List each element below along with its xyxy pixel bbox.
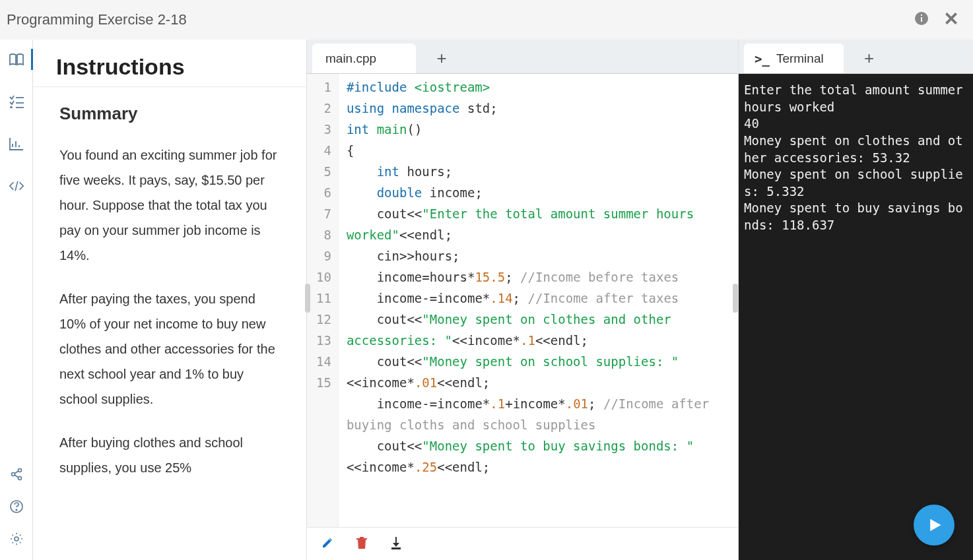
- info-icon[interactable]: [914, 11, 929, 29]
- page-title: Programming Exercise 2-18: [7, 11, 187, 28]
- instructions-para-1: You found an exciting summer job for fiv…: [59, 142, 280, 268]
- svg-rect-1: [921, 17, 922, 22]
- svg-line-15: [15, 475, 18, 478]
- edit-icon[interactable]: [321, 537, 333, 551]
- editor-tab-main[interactable]: main.cpp: [312, 44, 416, 73]
- svg-line-10: [15, 181, 18, 191]
- book-icon[interactable]: [9, 51, 24, 67]
- terminal-prompt-icon: >_: [755, 51, 770, 66]
- splitter-right[interactable]: [733, 284, 738, 313]
- add-tab-icon[interactable]: +: [425, 44, 458, 73]
- line-gutter: 123456789101112131415: [307, 74, 339, 527]
- instructions-heading: Instructions: [33, 40, 306, 87]
- terminal-panel: >_ Terminal + Enter the total amount sum…: [739, 40, 973, 560]
- checklist-icon[interactable]: [9, 94, 24, 109]
- main-layout: Instructions Summary You found an exciti…: [0, 40, 973, 560]
- svg-point-6: [11, 107, 12, 108]
- instructions-para-3: After buying clothes and school supplies…: [59, 430, 280, 480]
- trash-icon[interactable]: [356, 536, 367, 552]
- svg-rect-2: [921, 15, 922, 16]
- share-icon[interactable]: [9, 466, 24, 482]
- terminal-tab[interactable]: >_ Terminal: [744, 44, 844, 73]
- left-sidebar: [0, 40, 33, 560]
- download-icon[interactable]: [390, 536, 402, 552]
- instructions-body: Summary You found an exciting summer job…: [33, 87, 306, 560]
- chart-icon[interactable]: [9, 136, 24, 152]
- code-icon[interactable]: [9, 178, 24, 194]
- close-icon[interactable]: [943, 10, 960, 30]
- terminal-tab-label: Terminal: [776, 51, 824, 66]
- title-bar-actions: [914, 10, 960, 30]
- terminal-output[interactable]: Enter the total amount summer hours work…: [739, 74, 973, 560]
- editor-panel: main.cpp + 123456789101112131415 #includ…: [307, 40, 739, 560]
- instructions-panel: Instructions Summary You found an exciti…: [33, 40, 307, 560]
- help-icon[interactable]: [9, 499, 24, 514]
- editor-toolbar: [307, 527, 738, 560]
- editor-tab-bar: main.cpp +: [307, 40, 738, 74]
- add-terminal-icon[interactable]: +: [853, 44, 886, 73]
- gear-icon[interactable]: [9, 531, 24, 547]
- code-editor[interactable]: 123456789101112131415 #include <iostream…: [307, 74, 738, 527]
- instructions-para-2: After paying the taxes, you spend 10% of…: [59, 286, 280, 412]
- svg-point-17: [16, 509, 17, 511]
- code-content[interactable]: #include <iostream>using namespace std;i…: [339, 74, 738, 527]
- terminal-tab-bar: >_ Terminal +: [739, 40, 973, 74]
- title-bar: Programming Exercise 2-18: [0, 0, 973, 40]
- svg-line-14: [15, 471, 18, 474]
- run-button[interactable]: [914, 505, 955, 545]
- svg-point-18: [15, 537, 18, 541]
- summary-heading: Summary: [59, 104, 280, 124]
- splitter-left[interactable]: [305, 284, 310, 313]
